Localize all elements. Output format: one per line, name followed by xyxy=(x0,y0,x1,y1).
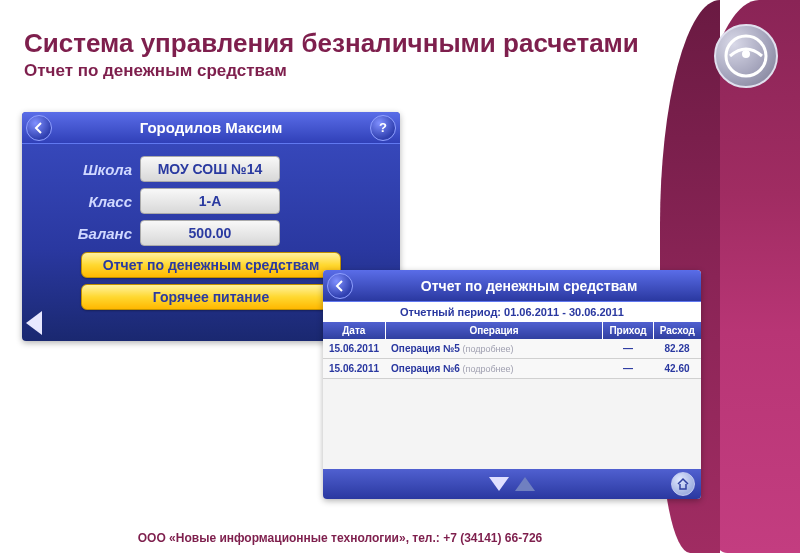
cell-expense: 42.60 xyxy=(653,359,701,379)
col-operation: Операция xyxy=(385,322,603,339)
table-row[interactable]: 15.06.2011 Операция №6 (подробнее) — 42.… xyxy=(323,359,701,379)
cell-expense: 82.28 xyxy=(653,339,701,359)
detail-link[interactable]: (подробнее) xyxy=(463,344,514,354)
cell-date: 15.06.2011 xyxy=(323,359,385,379)
account-header: Городилов Максим ? xyxy=(22,112,400,144)
account-holder-name: Городилов Максим xyxy=(56,119,366,136)
hot-food-button[interactable]: Горячее питание xyxy=(81,284,341,310)
cell-operation[interactable]: Операция №5 (подробнее) xyxy=(385,339,603,359)
page-title: Система управления безналичными расчетам… xyxy=(24,28,639,59)
balance-label: Баланс xyxy=(40,225,140,242)
report-table: Дата Операция Приход Расход 15.06.2011 О… xyxy=(323,322,701,379)
cell-date: 15.06.2011 xyxy=(323,339,385,359)
col-expense: Расход xyxy=(653,322,701,339)
report-title: Отчет по денежным средствам xyxy=(357,278,701,294)
cell-income: — xyxy=(603,339,653,359)
col-date: Дата xyxy=(323,322,385,339)
scroll-down-icon[interactable] xyxy=(489,477,509,491)
nav-left-arrow-icon[interactable] xyxy=(26,311,42,335)
table-row[interactable]: 15.06.2011 Операция №5 (подробнее) — 82.… xyxy=(323,339,701,359)
page-footer: ООО «Новые информационные технологии», т… xyxy=(0,531,680,545)
report-button[interactable]: Отчет по денежным средствам xyxy=(81,252,341,278)
detail-link[interactable]: (подробнее) xyxy=(463,364,514,374)
col-income: Приход xyxy=(603,322,653,339)
report-footer-nav xyxy=(323,469,701,499)
cell-operation[interactable]: Операция №6 (подробнее) xyxy=(385,359,603,379)
class-value[interactable]: 1-А xyxy=(140,188,280,214)
help-button[interactable]: ? xyxy=(370,115,396,141)
home-button[interactable] xyxy=(671,472,695,496)
balance-value: 500.00 xyxy=(140,220,280,246)
report-back-button[interactable] xyxy=(327,273,353,299)
scroll-up-icon[interactable] xyxy=(515,477,535,491)
report-screen: Отчет по денежным средствам Отчетный пер… xyxy=(323,270,701,499)
svg-point-1 xyxy=(742,50,750,58)
brand-logo xyxy=(714,24,778,88)
school-value[interactable]: МОУ СОШ №14 xyxy=(140,156,280,182)
report-header: Отчет по денежным средствам xyxy=(323,270,701,302)
cell-income: — xyxy=(603,359,653,379)
class-label: Класс xyxy=(40,193,140,210)
back-button[interactable] xyxy=(26,115,52,141)
school-label: Школа xyxy=(40,161,140,178)
page-subtitle: Отчет по денежным средствам xyxy=(24,61,639,81)
report-period: Отчетный период: 01.06.2011 - 30.06.2011 xyxy=(323,302,701,322)
